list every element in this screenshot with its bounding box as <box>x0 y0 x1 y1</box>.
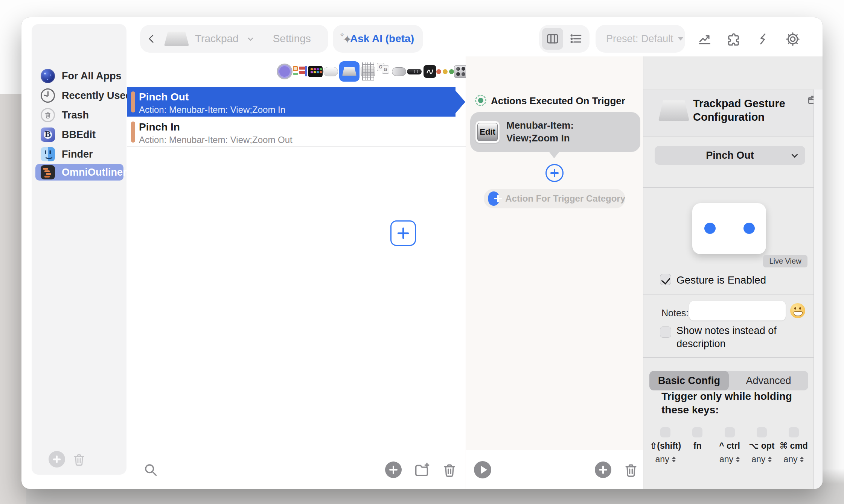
trackpad-live-view <box>692 203 766 254</box>
sidebar-item-for-all-apps[interactable]: For All Apps <box>35 68 123 84</box>
trigger-title: Pinch In <box>139 121 180 133</box>
cmd-checkbox[interactable] <box>789 427 799 437</box>
action-item[interactable]: Edit Menubar-Item: View;Zoom In <box>470 112 640 152</box>
finder-app-icon <box>41 147 55 161</box>
delete-action-button[interactable] <box>622 461 640 479</box>
keyboard-icon[interactable] <box>361 60 375 83</box>
sidebar-item-recently-used[interactable]: Recently Used <box>35 87 123 104</box>
ctrl-label: ^ ctrl <box>719 441 740 451</box>
opt-mode-select[interactable]: any <box>751 454 772 465</box>
sidebar-item-trash[interactable]: Trash <box>35 107 123 123</box>
modifier-ctrl: ^ ctrl any <box>713 427 745 465</box>
modifier-cmd: ⌘ cmd any <box>778 427 810 465</box>
divider <box>127 86 466 86</box>
window-snapping-icon[interactable] <box>438 60 452 83</box>
app-window: Trackpad Settings Ask AI (beta) <box>21 17 823 489</box>
normal-mouse-icon[interactable] <box>392 60 406 83</box>
edit-action-button[interactable]: Edit <box>475 121 500 143</box>
run-action-button[interactable] <box>474 461 492 479</box>
clock-icon <box>41 88 55 103</box>
stream-deck-icon[interactable] <box>308 60 323 83</box>
edit-button-label: Edit <box>477 123 498 141</box>
preset-selector[interactable]: Preset: Default <box>596 25 685 53</box>
stepper-icon <box>672 457 676 462</box>
gesture-config-panel: Trackpad Gesture Configuration Pinch Out <box>643 56 823 489</box>
scrollbar[interactable] <box>814 90 823 489</box>
search-button[interactable] <box>142 461 160 479</box>
add-action-button[interactable] <box>545 164 564 182</box>
back-icon[interactable] <box>149 35 157 43</box>
sidebar-item-bbedit[interactable]: BBEdit <box>35 126 123 143</box>
show-notes-checkbox[interactable] <box>660 326 671 338</box>
screen: Trackpad Settings Ask AI (beta) <box>0 0 844 504</box>
sidebar-item-finder[interactable]: Finder <box>35 146 123 162</box>
folder-plus-icon <box>413 461 431 478</box>
fn-checkbox[interactable] <box>692 427 702 437</box>
view-mode-toggle <box>539 25 590 53</box>
notes-input[interactable] <box>689 301 786 320</box>
delete-trigger-button[interactable] <box>440 461 459 479</box>
key-sequences-icon[interactable] <box>376 60 391 83</box>
list-view-button[interactable] <box>565 28 587 50</box>
touch-bar-widgets-icon[interactable] <box>293 60 307 83</box>
fn-label: fn <box>693 441 702 451</box>
control-dial-icon[interactable] <box>277 60 292 83</box>
trash-icon <box>623 461 639 478</box>
ctrl-mode-select[interactable]: any <box>719 454 740 465</box>
columns-view-button[interactable] <box>542 28 563 50</box>
sparkle-icon <box>342 32 346 45</box>
modifier-keys-row: ⇧(shift) any fn ^ ctrl any <box>649 427 810 465</box>
tab-basic-config[interactable]: Basic Config <box>649 371 729 390</box>
opt-checkbox[interactable] <box>757 427 767 437</box>
gesture-enabled-checkbox[interactable] <box>660 274 671 285</box>
scripting-button[interactable] <box>756 32 771 47</box>
ctrl-checkbox[interactable] <box>725 427 735 437</box>
trackpad-device-icon[interactable] <box>339 60 360 83</box>
divider <box>643 294 814 295</box>
emoji-picker-button[interactable] <box>790 303 805 318</box>
trigger-list-toolbar <box>127 450 466 489</box>
add-action-for-category-button[interactable]: Action For Trigger Category <box>484 189 625 208</box>
chevron-down-icon <box>792 152 798 158</box>
add-action-toolbar-button[interactable] <box>594 461 612 479</box>
preset-label: Preset: Default <box>606 33 673 45</box>
remove-app-button[interactable] <box>71 451 87 468</box>
select-value: any <box>655 454 669 465</box>
new-group-button[interactable] <box>413 461 431 479</box>
tab-advanced[interactable]: Advanced <box>729 371 808 390</box>
plus-pill-icon <box>488 191 499 206</box>
magic-mouse-icon[interactable] <box>323 60 338 83</box>
chevron-down-icon <box>247 35 253 41</box>
plugins-button[interactable] <box>727 32 742 47</box>
trigger-list-column: Pinch Out Action: Menubar-Item: View;Zoo… <box>127 56 466 489</box>
add-app-button[interactable] <box>49 451 65 468</box>
trackpad-icon <box>658 100 689 121</box>
shift-mode-select[interactable]: any <box>655 454 676 465</box>
settings-breadcrumb[interactable]: Settings <box>273 33 311 45</box>
ask-ai-label: Ask AI (beta) <box>350 33 414 45</box>
shift-checkbox[interactable] <box>660 427 670 437</box>
touch-point <box>704 223 716 234</box>
modifier-fn: fn <box>681 427 713 465</box>
settings-gear-button[interactable] <box>785 32 800 47</box>
trigger-row-pinch-in[interactable]: Pinch In Action: Menubar-Item: View;Zoom… <box>127 117 466 147</box>
siri-remote-icon[interactable] <box>407 60 422 83</box>
sidebar-item-label: Trash <box>62 109 89 121</box>
cmd-mode-select[interactable]: any <box>783 454 804 465</box>
gesture-type-select[interactable]: Pinch Out <box>655 146 805 165</box>
device-selector-label[interactable]: Trackpad <box>195 33 239 45</box>
chart-icon <box>698 32 712 46</box>
usage-chart-button[interactable] <box>697 32 712 47</box>
add-trigger-toolbar-button[interactable] <box>384 461 402 479</box>
ask-ai-button[interactable]: Ask AI (beta) <box>333 25 423 53</box>
sidebar-item-omnioutliner[interactable]: OmniOutliner <box>35 164 123 181</box>
trigger-status-icon <box>475 95 486 106</box>
trigger-row-pinch-out[interactable]: Pinch Out Action: Menubar-Item: View;Zoo… <box>127 87 456 117</box>
trash-icon <box>72 452 87 467</box>
add-action-label: Action For Trigger Category <box>505 193 625 204</box>
globe-icon <box>41 69 55 83</box>
drawings-icon[interactable] <box>422 60 437 83</box>
add-trigger-button[interactable] <box>390 220 416 246</box>
device-breadcrumb[interactable]: Trackpad Settings <box>140 25 328 53</box>
live-view-badge: Live View <box>763 255 807 267</box>
